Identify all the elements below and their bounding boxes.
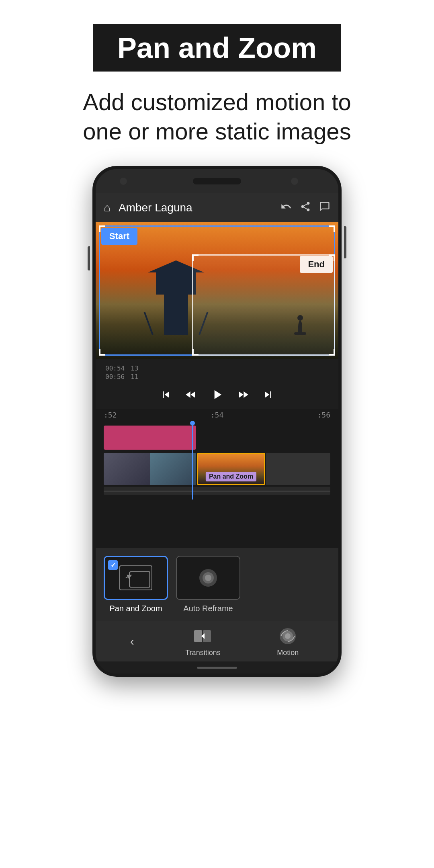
ruler-mark-0: :52 (104, 411, 117, 419)
phone-home-bar (96, 661, 338, 674)
auto-reframe-preview (177, 557, 240, 599)
nav-item-transitions[interactable]: Transitions (179, 626, 227, 657)
tower-cabin (156, 270, 196, 295)
timeline-ruler: :52 :54 :56 (96, 409, 338, 421)
transitions-label: Transitions (185, 649, 220, 657)
tower-body (164, 295, 188, 335)
clip-before (104, 453, 196, 485)
step-back-button[interactable] (184, 388, 197, 401)
svg-rect-0 (120, 566, 152, 590)
speaker-notch (193, 178, 241, 184)
video-track[interactable]: Pan and Zoom (104, 453, 330, 485)
feature-subtitle: Add customized motion to one or more sta… (83, 88, 351, 146)
feature-title-badge: Pan and Zoom (93, 24, 341, 72)
nav-item-motion[interactable]: Motion (264, 626, 312, 657)
bottom-navigation: ‹ Transitions (96, 621, 338, 661)
comment-icon[interactable] (319, 201, 330, 215)
surfer-head (297, 315, 303, 321)
clip-thumb-1 (104, 453, 150, 485)
back-button[interactable]: ‹ (122, 635, 142, 648)
svg-rect-1 (130, 572, 150, 587)
pan-zoom-label: Pan and Zoom (109, 604, 162, 613)
clip-after (266, 453, 330, 485)
active-clip[interactable]: Pan and Zoom (197, 453, 265, 485)
feature-title: Pan and Zoom (117, 32, 317, 64)
back-chevron-icon: ‹ (130, 635, 134, 648)
motion-option-auto-reframe[interactable]: Auto Reframe (176, 556, 240, 613)
header-section: Pan and Zoom Add customized motion to on… (0, 0, 434, 154)
timecode-line-1: 00:54 13 (104, 364, 330, 372)
start-label-button[interactable]: Start (101, 228, 137, 245)
app-bar: ⌂ Amber Laguna (96, 193, 338, 222)
playhead[interactable] (192, 421, 193, 500)
timeline-empty-space (96, 500, 338, 548)
playback-controls (104, 384, 330, 405)
phone-frame: ⌂ Amber Laguna (92, 166, 342, 677)
surfer-silhouette (294, 315, 306, 339)
auto-reframe-label: Auto Reframe (183, 604, 233, 613)
play-pause-button[interactable] (209, 387, 225, 402)
power-button (344, 226, 346, 258)
app-bar-actions (280, 201, 330, 215)
audio-waveform-track (104, 487, 330, 495)
clip-thumb-2 (150, 453, 196, 485)
motion-label: Motion (277, 649, 299, 657)
front-camera-left (120, 178, 127, 185)
svg-rect-5 (194, 630, 202, 642)
ruler-marks: :52 :54 :56 (104, 411, 330, 419)
tower-roof (148, 260, 204, 272)
tower-silhouette (136, 262, 216, 335)
app-content: ⌂ Amber Laguna (96, 193, 338, 674)
svg-point-4 (205, 575, 211, 581)
video-preview[interactable]: Start End (96, 222, 338, 359)
phone-mockup: ⌂ Amber Laguna (92, 166, 342, 677)
motion-icon-wrap (276, 626, 300, 646)
transitions-icon-wrap (191, 626, 215, 646)
title-track[interactable] (104, 426, 196, 450)
svg-point-10 (285, 633, 291, 639)
volume-button (88, 246, 90, 270)
timeline-tracks[interactable]: Pan and Zoom (96, 421, 338, 500)
auto-reframe-illustration (194, 566, 222, 590)
home-icon[interactable]: ⌂ (104, 201, 111, 214)
timecodes: 00:54 13 00:56 11 (104, 364, 330, 381)
project-title: Amber Laguna (119, 201, 276, 214)
status-bar (96, 169, 338, 193)
pan-zoom-card[interactable]: ✓ (104, 556, 168, 600)
motion-icon (279, 627, 297, 645)
home-indicator[interactable] (197, 667, 237, 669)
playback-area: 00:54 13 00:56 11 (96, 359, 338, 409)
skip-to-end-button[interactable] (262, 388, 274, 401)
transitions-icon (194, 628, 212, 644)
front-camera-right (291, 178, 298, 185)
timecode-line-2: 00:56 11 (104, 372, 330, 381)
ruler-mark-1: :54 (211, 411, 224, 419)
share-icon[interactable] (300, 201, 311, 215)
playhead-handle[interactable] (190, 421, 195, 426)
motion-option-pan-zoom[interactable]: ✓ (104, 556, 168, 613)
surfer-body (298, 321, 302, 333)
pan-zoom-illustration (118, 564, 154, 592)
motion-options-panel: ✓ (96, 548, 338, 621)
skip-to-start-button[interactable] (160, 388, 172, 401)
waveform-line (104, 491, 330, 491)
ruler-mark-2: :56 (317, 411, 330, 419)
auto-reframe-card[interactable] (176, 556, 240, 600)
step-forward-button[interactable] (237, 388, 250, 401)
end-label-button[interactable]: End (300, 256, 333, 273)
clip-active-label: Pan and Zoom (206, 472, 256, 481)
undo-icon[interactable] (280, 201, 292, 215)
pan-zoom-preview (105, 557, 167, 599)
